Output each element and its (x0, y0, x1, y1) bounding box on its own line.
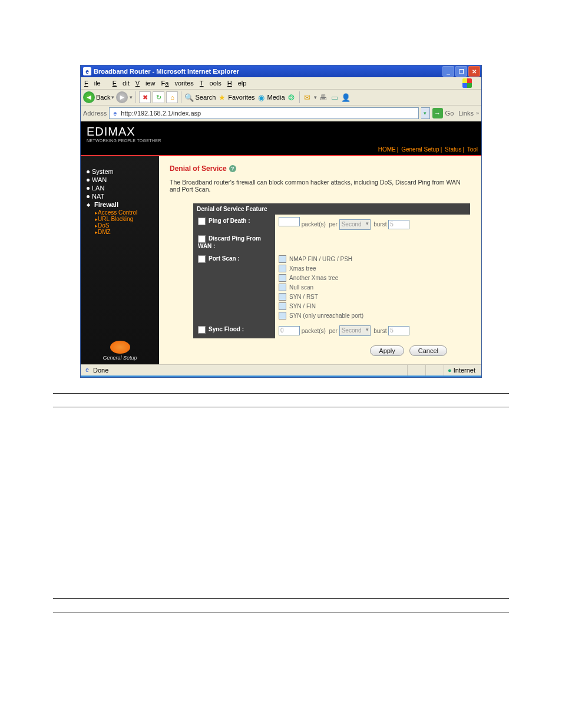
stop-button[interactable]: ✖ (139, 91, 151, 103)
window-title: Broadband Router - Microsoft Internet Ex… (94, 68, 239, 75)
dos-feature-table: Denial of Service Feature Ping of Death … (193, 203, 470, 338)
search-icon: 🔍 (184, 93, 194, 102)
row-discard-label: Discard Ping From WAN : (193, 232, 275, 252)
menu-favorites[interactable]: Favorites (161, 80, 194, 87)
page-description: The Broadband router's firewall can bloc… (170, 179, 471, 193)
help-icon[interactable]: ? (229, 165, 236, 172)
ie-icon: e (83, 67, 91, 75)
address-input[interactable]: e http://192.168.2.1/index.asp (109, 107, 418, 119)
nav-general[interactable]: General Setup (401, 146, 439, 153)
menu-help[interactable]: Help (227, 80, 247, 87)
portscan-item-checkbox[interactable] (279, 274, 286, 282)
portscan-option[interactable]: SYN / FIN (279, 302, 467, 311)
portscan-option[interactable]: Null scan (279, 283, 467, 292)
sidebar-item-firewall[interactable]: Firewall (87, 201, 154, 208)
toolbar: ◄ Back ▾ ► ▾ ✖ ↻ ⌂ 🔍 Search ★ Favorites … (81, 90, 481, 106)
ping-per-select[interactable]: Second (339, 219, 371, 230)
apply-button[interactable]: Apply (370, 345, 404, 356)
search-button[interactable]: 🔍 Search (184, 93, 216, 102)
menu-bar: File Edit View Favorites Tools Help (81, 77, 481, 90)
menu-edit[interactable]: Edit (113, 80, 130, 87)
menu-view[interactable]: View (135, 80, 156, 87)
sync-checkbox[interactable] (198, 326, 206, 334)
chevron-right-icon: » (476, 110, 479, 116)
go-button[interactable]: → (432, 108, 443, 118)
sidebar-footer-label: General Setup (81, 355, 159, 361)
portscan-item-checkbox[interactable] (279, 265, 286, 272)
maximize-button[interactable]: ❐ (455, 66, 467, 77)
row-portscan-value: NMAP FIN / URG / PSHXmas treeAnother Xma… (275, 252, 470, 323)
portscan-item-checkbox[interactable] (279, 293, 286, 301)
page-icon: e (111, 109, 119, 117)
sidebar-sub-access[interactable]: ▸Access Control (87, 209, 154, 216)
print-button[interactable]: 🖶 (319, 93, 328, 102)
top-nav: HOME| General Setup| Status| Tool (81, 145, 481, 155)
sidebar-item-lan[interactable]: LAN (87, 185, 154, 192)
status-text: Done (93, 367, 108, 374)
links-label[interactable]: Links (458, 110, 474, 117)
row-sync-label: Sync Flood : (193, 323, 275, 338)
nav-home[interactable]: HOME (378, 146, 396, 153)
favorites-button[interactable]: ★ Favorites (217, 93, 254, 102)
menu-tools[interactable]: Tools (200, 80, 222, 87)
address-dropdown[interactable]: ▾ (421, 107, 430, 119)
sidebar-item-nat[interactable]: NAT (87, 193, 154, 200)
history-button[interactable]: ❂ (287, 93, 296, 102)
page-body: EDIMAX NETWORKING PEOPLE TOGETHER HOME| … (81, 121, 481, 364)
row-ping-value: packet(s) per Second burst 5 (275, 215, 470, 232)
menu-file[interactable]: File (84, 80, 107, 87)
cancel-button[interactable]: Cancel (409, 345, 447, 356)
media-icon: ◉ (257, 93, 266, 102)
sidebar-sub-url[interactable]: ▸URL Blocking (87, 216, 154, 222)
portscan-checkbox[interactable] (198, 255, 206, 263)
portscan-item-checkbox[interactable] (279, 312, 286, 319)
portscan-option[interactable]: SYN / RST (279, 292, 467, 302)
windows-flag-icon (462, 78, 472, 88)
ping-checkbox[interactable] (198, 218, 206, 225)
portscan-item-label: Null scan (289, 284, 313, 291)
star-icon: ★ (217, 93, 227, 102)
window-titlebar: e Broadband Router - Microsoft Internet … (81, 65, 481, 77)
portscan-item-checkbox[interactable] (279, 284, 286, 291)
brand-header: EDIMAX NETWORKING PEOPLE TOGETHER (81, 121, 481, 145)
globe-icon: ● (448, 367, 452, 374)
sidebar: System WAN LAN NAT Firewall ▸Access Cont… (81, 156, 159, 364)
sidebar-item-system[interactable]: System (87, 168, 154, 175)
chevron-down-icon[interactable]: ▾ (314, 94, 317, 100)
portscan-item-label: Another Xmas tree (289, 275, 338, 281)
edit-button[interactable]: ▭ (330, 93, 339, 102)
portscan-option[interactable]: NMAP FIN / URG / PSH (279, 255, 467, 264)
refresh-button[interactable]: ↻ (153, 91, 164, 103)
discard-checkbox[interactable] (198, 235, 206, 243)
portscan-item-checkbox[interactable] (279, 302, 286, 310)
portscan-option[interactable]: SYN (only unreachable port) (279, 311, 467, 321)
ping-packets-input[interactable] (279, 217, 300, 226)
button-row: Apply Cancel (170, 345, 471, 356)
portscan-option[interactable]: Another Xmas tree (279, 274, 467, 283)
row-sync-value: 0 packet(s) per Second burst 5 (275, 323, 470, 338)
sidebar-sub-dos[interactable]: ▸DoS (87, 222, 154, 229)
home-button[interactable]: ⌂ (166, 91, 178, 103)
mail-button[interactable]: ✉ (303, 93, 312, 102)
portscan-item-label: SYN / RST (289, 294, 318, 300)
sidebar-item-wan[interactable]: WAN (87, 176, 154, 183)
minimize-button[interactable]: _ (442, 66, 454, 77)
sync-per-select[interactable]: Second (339, 325, 371, 336)
nav-status[interactable]: Status (445, 146, 461, 153)
ping-burst-input[interactable]: 5 (388, 220, 409, 229)
row-discard-value (275, 232, 470, 252)
sync-packets-input[interactable]: 0 (279, 326, 300, 335)
messenger-button[interactable]: 👤 (341, 93, 351, 102)
back-button[interactable]: ◄ Back ▾ (83, 91, 114, 103)
chevron-down-icon[interactable]: ▾ (130, 94, 133, 100)
portscan-item-label: NMAP FIN / URG / PSH (289, 256, 352, 262)
sync-burst-input[interactable]: 5 (388, 326, 409, 335)
sidebar-sub-dmz[interactable]: ▸DMZ (87, 229, 154, 235)
media-button[interactable]: ◉ Media (257, 93, 285, 102)
portscan-item-checkbox[interactable] (279, 255, 286, 263)
close-button[interactable]: ✕ (468, 66, 480, 77)
nav-tool[interactable]: Tool (467, 146, 478, 153)
forward-button[interactable]: ► (116, 91, 128, 103)
portscan-item-label: Xmas tree (289, 265, 316, 272)
portscan-option[interactable]: Xmas tree (279, 264, 467, 274)
